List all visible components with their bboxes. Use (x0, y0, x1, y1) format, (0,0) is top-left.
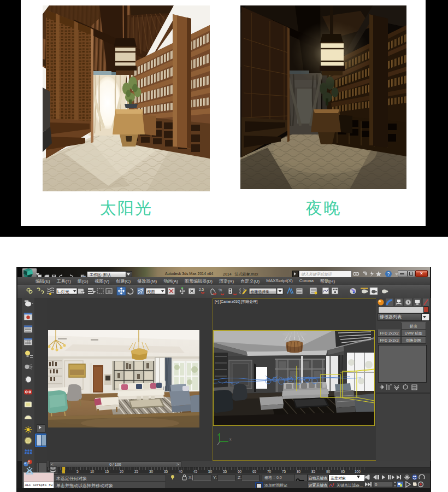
svg-text:x: x (229, 437, 232, 441)
svg-text:0: 0 (375, 482, 378, 487)
svg-text:%: % (219, 288, 222, 292)
svg-text:视图: 视图 (147, 289, 155, 294)
svg-text:?: ? (387, 271, 390, 277)
svg-text:创建选择集: 创建选择集 (251, 290, 269, 294)
svg-text:2.5: 2.5 (199, 288, 204, 291)
svg-text:z: z (217, 433, 220, 437)
svg-text:L-灯光: L-灯光 (57, 289, 69, 294)
